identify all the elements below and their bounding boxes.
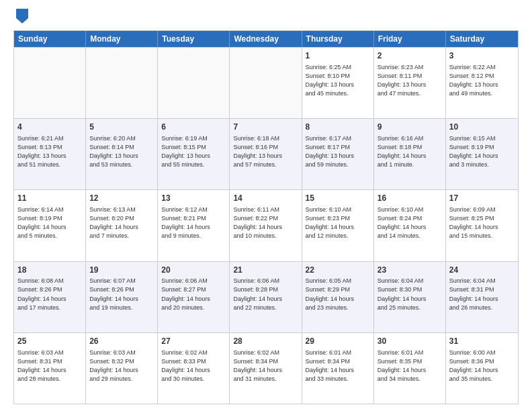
calendar-cell: 1Sunrise: 6:25 AM Sunset: 8:10 PM Daylig… xyxy=(302,48,374,118)
page: Sunday Monday Tuesday Wednesday Thursday… xyxy=(0,0,532,411)
cell-info: Sunrise: 6:20 AM Sunset: 8:14 PM Dayligh… xyxy=(89,134,154,169)
calendar-cell: 26Sunrise: 6:03 AM Sunset: 8:32 PM Dayli… xyxy=(86,333,158,404)
calendar: Sunday Monday Tuesday Wednesday Thursday… xyxy=(13,30,519,404)
calendar-cell: 25Sunrise: 6:03 AM Sunset: 8:31 PM Dayli… xyxy=(14,333,86,404)
calendar-row-2: 4Sunrise: 6:21 AM Sunset: 8:13 PM Daylig… xyxy=(14,118,518,189)
logo xyxy=(13,10,28,24)
calendar-cell: 13Sunrise: 6:12 AM Sunset: 8:21 PM Dayli… xyxy=(158,190,230,261)
cell-info: Sunrise: 6:04 AM Sunset: 8:30 PM Dayligh… xyxy=(378,277,442,312)
calendar-cell: 29Sunrise: 6:01 AM Sunset: 8:34 PM Dayli… xyxy=(302,333,374,404)
weekday-thursday: Thursday xyxy=(302,31,374,47)
day-number: 25 xyxy=(17,336,82,347)
calendar-cell: 31Sunrise: 6:00 AM Sunset: 8:36 PM Dayli… xyxy=(446,333,518,404)
calendar-row-5: 25Sunrise: 6:03 AM Sunset: 8:31 PM Dayli… xyxy=(14,332,518,404)
cell-info: Sunrise: 6:14 AM Sunset: 8:19 PM Dayligh… xyxy=(17,205,82,240)
cell-info: Sunrise: 6:11 AM Sunset: 8:22 PM Dayligh… xyxy=(233,205,298,240)
day-number: 4 xyxy=(17,122,82,133)
day-number: 16 xyxy=(378,193,442,204)
calendar-cell: 5Sunrise: 6:20 AM Sunset: 8:14 PM Daylig… xyxy=(86,119,158,189)
cell-info: Sunrise: 6:12 AM Sunset: 8:21 PM Dayligh… xyxy=(161,205,226,240)
cell-info: Sunrise: 6:23 AM Sunset: 8:11 PM Dayligh… xyxy=(378,63,442,98)
calendar-cell: 20Sunrise: 6:06 AM Sunset: 8:27 PM Dayli… xyxy=(158,262,230,332)
weekday-monday: Monday xyxy=(86,31,158,47)
cell-info: Sunrise: 6:10 AM Sunset: 8:24 PM Dayligh… xyxy=(378,205,442,240)
cell-info: Sunrise: 6:19 AM Sunset: 8:15 PM Dayligh… xyxy=(161,134,226,169)
calendar-header: Sunday Monday Tuesday Wednesday Thursday… xyxy=(14,31,518,47)
calendar-cell xyxy=(158,48,230,118)
weekday-saturday: Saturday xyxy=(446,31,518,47)
calendar-cell: 9Sunrise: 6:16 AM Sunset: 8:18 PM Daylig… xyxy=(374,119,446,189)
day-number: 15 xyxy=(306,193,370,204)
day-number: 14 xyxy=(233,193,298,204)
calendar-cell: 15Sunrise: 6:10 AM Sunset: 8:23 PM Dayli… xyxy=(302,190,374,261)
calendar-cell: 12Sunrise: 6:13 AM Sunset: 8:20 PM Dayli… xyxy=(86,190,158,261)
cell-info: Sunrise: 6:04 AM Sunset: 8:31 PM Dayligh… xyxy=(449,277,515,312)
cell-info: Sunrise: 6:06 AM Sunset: 8:28 PM Dayligh… xyxy=(233,277,298,312)
weekday-sunday: Sunday xyxy=(14,31,86,47)
calendar-cell: 4Sunrise: 6:21 AM Sunset: 8:13 PM Daylig… xyxy=(14,119,86,189)
calendar-cell: 14Sunrise: 6:11 AM Sunset: 8:22 PM Dayli… xyxy=(230,190,302,261)
day-number: 13 xyxy=(161,193,226,204)
day-number: 6 xyxy=(161,122,226,133)
logo-text xyxy=(13,10,28,24)
calendar-cell: 6Sunrise: 6:19 AM Sunset: 8:15 PM Daylig… xyxy=(158,119,230,189)
day-number: 28 xyxy=(233,336,298,347)
day-number: 18 xyxy=(17,265,82,276)
calendar-body: 1Sunrise: 6:25 AM Sunset: 8:10 PM Daylig… xyxy=(14,47,518,404)
calendar-cell: 18Sunrise: 6:08 AM Sunset: 8:26 PM Dayli… xyxy=(14,262,86,332)
cell-info: Sunrise: 6:09 AM Sunset: 8:25 PM Dayligh… xyxy=(449,205,515,240)
weekday-wednesday: Wednesday xyxy=(230,31,302,47)
cell-info: Sunrise: 6:18 AM Sunset: 8:16 PM Dayligh… xyxy=(233,134,298,169)
calendar-cell: 22Sunrise: 6:05 AM Sunset: 8:29 PM Dayli… xyxy=(302,262,374,332)
day-number: 17 xyxy=(449,193,515,204)
calendar-cell: 19Sunrise: 6:07 AM Sunset: 8:26 PM Dayli… xyxy=(86,262,158,332)
day-number: 12 xyxy=(89,193,154,204)
cell-info: Sunrise: 6:21 AM Sunset: 8:13 PM Dayligh… xyxy=(17,134,82,169)
weekday-friday: Friday xyxy=(374,31,446,47)
day-number: 22 xyxy=(306,265,370,276)
day-number: 19 xyxy=(89,265,154,276)
svg-marker-0 xyxy=(16,9,28,24)
calendar-cell: 8Sunrise: 6:17 AM Sunset: 8:17 PM Daylig… xyxy=(302,119,374,189)
calendar-cell: 16Sunrise: 6:10 AM Sunset: 8:24 PM Dayli… xyxy=(374,190,446,261)
cell-info: Sunrise: 6:08 AM Sunset: 8:26 PM Dayligh… xyxy=(17,277,82,312)
calendar-row-1: 1Sunrise: 6:25 AM Sunset: 8:10 PM Daylig… xyxy=(14,47,518,118)
day-number: 23 xyxy=(378,265,442,276)
day-number: 7 xyxy=(233,122,298,133)
calendar-row-4: 18Sunrise: 6:08 AM Sunset: 8:26 PM Dayli… xyxy=(14,261,518,332)
day-number: 10 xyxy=(449,122,515,133)
calendar-cell: 17Sunrise: 6:09 AM Sunset: 8:25 PM Dayli… xyxy=(446,190,518,261)
calendar-cell: 28Sunrise: 6:02 AM Sunset: 8:34 PM Dayli… xyxy=(230,333,302,404)
day-number: 5 xyxy=(89,122,154,133)
day-number: 3 xyxy=(449,50,515,62)
day-number: 1 xyxy=(306,50,370,62)
cell-info: Sunrise: 6:02 AM Sunset: 8:33 PM Dayligh… xyxy=(161,349,226,383)
day-number: 8 xyxy=(306,122,370,133)
day-number: 31 xyxy=(449,336,515,347)
day-number: 24 xyxy=(449,265,515,276)
day-number: 30 xyxy=(378,336,442,347)
cell-info: Sunrise: 6:16 AM Sunset: 8:18 PM Dayligh… xyxy=(378,134,442,169)
weekday-tuesday: Tuesday xyxy=(158,31,230,47)
day-number: 21 xyxy=(233,265,298,276)
logo-icon xyxy=(16,9,28,24)
calendar-cell: 23Sunrise: 6:04 AM Sunset: 8:30 PM Dayli… xyxy=(374,262,446,332)
cell-info: Sunrise: 6:10 AM Sunset: 8:23 PM Dayligh… xyxy=(306,205,370,240)
calendar-cell: 3Sunrise: 6:22 AM Sunset: 8:12 PM Daylig… xyxy=(446,48,518,118)
cell-info: Sunrise: 6:02 AM Sunset: 8:34 PM Dayligh… xyxy=(233,349,298,383)
cell-info: Sunrise: 6:03 AM Sunset: 8:32 PM Dayligh… xyxy=(89,349,154,383)
cell-info: Sunrise: 6:22 AM Sunset: 8:12 PM Dayligh… xyxy=(449,63,515,98)
calendar-cell: 10Sunrise: 6:15 AM Sunset: 8:19 PM Dayli… xyxy=(446,119,518,189)
day-number: 2 xyxy=(378,50,442,62)
calendar-cell: 27Sunrise: 6:02 AM Sunset: 8:33 PM Dayli… xyxy=(158,333,230,404)
cell-info: Sunrise: 6:01 AM Sunset: 8:34 PM Dayligh… xyxy=(306,349,370,383)
cell-info: Sunrise: 6:01 AM Sunset: 8:35 PM Dayligh… xyxy=(378,349,442,383)
day-number: 20 xyxy=(161,265,226,276)
day-number: 26 xyxy=(89,336,154,347)
cell-info: Sunrise: 6:03 AM Sunset: 8:31 PM Dayligh… xyxy=(17,349,82,383)
calendar-cell: 30Sunrise: 6:01 AM Sunset: 8:35 PM Dayli… xyxy=(374,333,446,404)
cell-info: Sunrise: 6:00 AM Sunset: 8:36 PM Dayligh… xyxy=(449,349,515,383)
calendar-cell: 2Sunrise: 6:23 AM Sunset: 8:11 PM Daylig… xyxy=(374,48,446,118)
calendar-cell xyxy=(230,48,302,118)
cell-info: Sunrise: 6:05 AM Sunset: 8:29 PM Dayligh… xyxy=(306,277,370,312)
